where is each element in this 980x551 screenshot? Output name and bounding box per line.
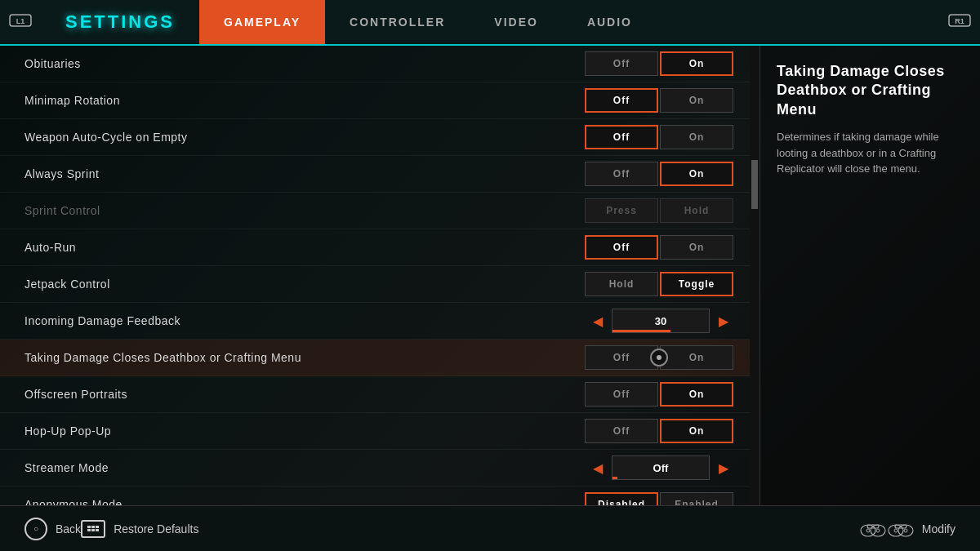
hop-up-popup-on[interactable]: On bbox=[660, 419, 733, 443]
always-sprint-off[interactable]: Off bbox=[585, 162, 658, 186]
bottom-bar: ○ Back Restore Defaults bbox=[0, 505, 980, 551]
taking-damage-closes-off[interactable]: Off bbox=[585, 345, 658, 370]
incoming-damage-value: 30 bbox=[612, 309, 710, 333]
back-label: Back bbox=[56, 522, 81, 535]
anonymous-mode-disabled[interactable]: Disabled bbox=[585, 492, 658, 505]
anonymous-mode-controls: Disabled Enabled bbox=[585, 492, 733, 505]
anonymous-mode-label: Anonymous Mode bbox=[24, 498, 585, 505]
sprint-control-press[interactable]: Press bbox=[585, 198, 658, 223]
streamer-mode-value: Off bbox=[612, 455, 710, 480]
info-panel-title: Taking Damage Closes Deathbox or Craftin… bbox=[777, 62, 964, 119]
minimap-rotation-label: Minimap Rotation bbox=[24, 94, 585, 107]
top-nav-bar: L1 SETTINGS GAMEPLAY CONTROLLER VIDEO AU… bbox=[0, 0, 980, 46]
tab-audio[interactable]: AUDIO bbox=[563, 0, 657, 44]
tab-gameplay[interactable]: GAMEPLAY bbox=[199, 0, 325, 44]
always-sprint-label: Always Sprint bbox=[24, 167, 585, 180]
anonymous-mode-enabled[interactable]: Enabled bbox=[660, 492, 733, 505]
restore-defaults-action[interactable]: Restore Defaults bbox=[81, 520, 198, 538]
back-action[interactable]: ○ Back bbox=[24, 518, 81, 540]
r1-icon: R1 bbox=[939, 0, 980, 44]
taking-damage-closes-label: Taking Damage Closes Deathbox or Craftin… bbox=[24, 351, 585, 364]
obituaries-on[interactable]: On bbox=[660, 51, 733, 76]
settings-title: SETTINGS bbox=[41, 11, 199, 33]
modify-action[interactable]: Modify bbox=[860, 521, 956, 537]
setting-always-sprint: Always Sprint Off On bbox=[0, 156, 750, 193]
minimap-rotation-on[interactable]: On bbox=[660, 88, 733, 113]
minimap-rotation-off[interactable]: Off bbox=[585, 88, 658, 113]
streamer-mode-slider: ◀ Off ▶ bbox=[588, 455, 733, 480]
svg-point-5 bbox=[871, 525, 885, 536]
incoming-damage-left-arrow[interactable]: ◀ bbox=[588, 309, 608, 333]
streamer-mode-label: Streamer Mode bbox=[24, 461, 588, 474]
setting-anonymous-mode: Anonymous Mode Disabled Enabled bbox=[0, 487, 750, 505]
controller-icon bbox=[860, 521, 914, 537]
obituaries-label: Obituaries bbox=[24, 57, 585, 70]
streamer-mode-right-arrow[interactable]: ▶ bbox=[714, 455, 733, 480]
restore-label: Restore Defaults bbox=[114, 522, 198, 535]
sprint-control-label: Sprint Control bbox=[24, 204, 585, 217]
weapon-auto-cycle-label: Weapon Auto-Cycle on Empty bbox=[24, 131, 585, 144]
setting-incoming-damage: Incoming Damage Feedback ◀ 30 ▶ bbox=[0, 303, 750, 340]
main-content: Obituaries Off On Minimap Rotation Off O… bbox=[0, 46, 980, 505]
transition-indicator bbox=[650, 349, 668, 367]
setting-weapon-auto-cycle: Weapon Auto-Cycle on Empty Off On bbox=[0, 119, 750, 156]
sprint-control-controls: Press Hold bbox=[585, 198, 733, 223]
svg-point-7 bbox=[866, 529, 870, 532]
svg-point-12 bbox=[894, 529, 898, 532]
jetpack-control-label: Jetpack Control bbox=[24, 278, 585, 291]
scrollbar-thumb[interactable] bbox=[751, 160, 758, 209]
setting-jetpack-control: Jetpack Control Hold Toggle bbox=[0, 266, 750, 303]
info-panel-description: Determines if taking damage while lootin… bbox=[777, 129, 964, 177]
weapon-auto-cycle-controls: Off On bbox=[585, 125, 733, 149]
svg-point-8 bbox=[876, 529, 880, 532]
streamer-mode-left-arrow[interactable]: ◀ bbox=[588, 455, 608, 480]
sprint-control-hold[interactable]: Hold bbox=[660, 198, 733, 223]
incoming-damage-right-arrow[interactable]: ▶ bbox=[714, 309, 733, 333]
always-sprint-controls: Off On bbox=[585, 162, 733, 186]
scrollbar-track[interactable] bbox=[750, 46, 760, 505]
svg-text:L1: L1 bbox=[16, 17, 25, 25]
svg-text:R1: R1 bbox=[955, 17, 964, 25]
setting-minimap-rotation: Minimap Rotation Off On bbox=[0, 82, 750, 119]
incoming-damage-slider: ◀ 30 ▶ bbox=[588, 309, 733, 333]
nav-tabs: GAMEPLAY CONTROLLER VIDEO AUDIO bbox=[199, 0, 657, 44]
auto-run-off[interactable]: Off bbox=[585, 235, 658, 260]
modify-label: Modify bbox=[922, 522, 956, 535]
setting-obituaries: Obituaries Off On bbox=[0, 46, 750, 82]
jetpack-toggle[interactable]: Toggle bbox=[660, 272, 733, 296]
keyboard-icon bbox=[81, 520, 105, 538]
jetpack-hold[interactable]: Hold bbox=[585, 272, 658, 296]
offscreen-portraits-off[interactable]: Off bbox=[585, 382, 658, 407]
setting-hop-up-popup: Hop-Up Pop-Up Off On bbox=[0, 413, 750, 450]
weapon-auto-cycle-on[interactable]: On bbox=[660, 125, 733, 149]
setting-sprint-control: Sprint Control Press Hold bbox=[0, 193, 750, 229]
offscreen-portraits-controls: Off On bbox=[585, 382, 733, 407]
incoming-damage-label: Incoming Damage Feedback bbox=[24, 314, 588, 327]
tab-video[interactable]: VIDEO bbox=[470, 0, 563, 44]
jetpack-control-controls: Hold Toggle bbox=[585, 272, 733, 296]
obituaries-controls: Off On bbox=[585, 51, 733, 76]
always-sprint-on[interactable]: On bbox=[660, 162, 733, 186]
svg-point-10 bbox=[898, 525, 913, 536]
taking-damage-closes-on[interactable]: On bbox=[660, 345, 733, 370]
hop-up-popup-label: Hop-Up Pop-Up bbox=[24, 424, 585, 438]
weapon-auto-cycle-off[interactable]: Off bbox=[585, 125, 658, 149]
hop-up-popup-off[interactable]: Off bbox=[585, 419, 658, 443]
info-panel: Taking Damage Closes Deathbox or Craftin… bbox=[760, 46, 980, 505]
taking-damage-closes-controls: Off On bbox=[585, 345, 733, 370]
settings-list: Obituaries Off On Minimap Rotation Off O… bbox=[0, 46, 750, 505]
tab-controller[interactable]: CONTROLLER bbox=[325, 0, 470, 44]
auto-run-on[interactable]: On bbox=[660, 235, 733, 260]
l1-icon: L1 bbox=[0, 0, 41, 44]
offscreen-portraits-on[interactable]: On bbox=[660, 382, 733, 407]
setting-taking-damage-closes: Taking Damage Closes Deathbox or Craftin… bbox=[0, 340, 750, 376]
offscreen-portraits-label: Offscreen Portraits bbox=[24, 388, 585, 401]
minimap-rotation-controls: Off On bbox=[585, 88, 733, 113]
circle-icon: ○ bbox=[24, 518, 47, 540]
auto-run-controls: Off On bbox=[585, 235, 733, 260]
obituaries-off[interactable]: Off bbox=[585, 51, 658, 76]
auto-run-label: Auto-Run bbox=[24, 241, 585, 254]
setting-offscreen-portraits: Offscreen Portraits Off On bbox=[0, 376, 750, 413]
setting-streamer-mode: Streamer Mode ◀ Off ▶ bbox=[0, 450, 750, 487]
svg-point-13 bbox=[904, 529, 907, 532]
